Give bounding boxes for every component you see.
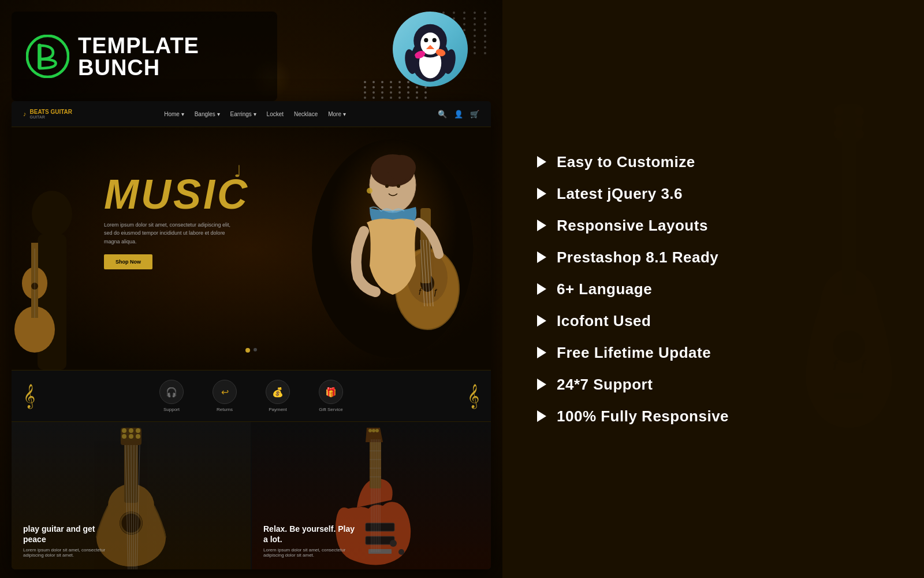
logo-bar: TEMPLATE BUNCH xyxy=(12,12,277,101)
svg-point-30 xyxy=(397,184,400,188)
returns-icon-circle: ↩ xyxy=(213,380,237,404)
nav-more[interactable]: More ▾ xyxy=(328,111,346,117)
svg-point-29 xyxy=(385,184,389,188)
svg-point-45 xyxy=(129,428,133,433)
brand-logo-icon xyxy=(26,35,69,78)
arrow-icon-1 xyxy=(537,188,546,199)
feature-text-0: Easy to Customize xyxy=(557,153,695,171)
svg-point-28 xyxy=(387,155,416,180)
bottom-card-1: play guitar and get peace Lorem ipsum do… xyxy=(12,422,251,569)
arrow-icon-4 xyxy=(537,283,546,295)
hero-right-circle: f ƒ xyxy=(312,139,474,358)
arrow-icon-3 xyxy=(537,251,546,263)
feature-text-4: 6+ Language xyxy=(557,280,652,298)
gift-label: Gift Service xyxy=(319,407,342,412)
feature-gift: 🎁 Gift Service xyxy=(319,380,343,412)
payment-icon-circle: 💰 xyxy=(266,380,290,404)
penguin-avatar xyxy=(393,12,468,87)
returns-label: Returns xyxy=(217,407,233,412)
website-preview: ♪ BEATS GUITAR GUITAR Home ▾ Bangles ▾ E… xyxy=(12,101,491,569)
feature-text-5: Icofont Used xyxy=(557,312,651,330)
svg-point-31 xyxy=(367,188,372,194)
svg-point-7 xyxy=(424,38,428,42)
search-icon[interactable]: 🔍 xyxy=(438,110,447,118)
svg-point-44 xyxy=(122,428,126,433)
svg-point-0 xyxy=(27,36,68,77)
svg-point-80 xyxy=(834,118,843,127)
svg-point-82 xyxy=(855,106,864,116)
left-panel: TEMPLATE BUNCH xyxy=(0,0,502,578)
logo-text-wrap: TEMPLATE BUNCH xyxy=(78,35,263,79)
svg-point-62 xyxy=(368,429,372,432)
feature-text-7: 24*7 Support xyxy=(557,376,653,394)
feature-support: 🎧 Support xyxy=(159,380,184,412)
bottom-card-2-text: Relax. Be yourself. Play a lot. Lorem ip… xyxy=(263,524,367,558)
svg-point-79 xyxy=(834,106,843,116)
arrow-icon-7 xyxy=(537,379,546,390)
support-icon-circle: 🎧 xyxy=(159,380,184,404)
nav-brand: ♪ BEATS GUITAR GUITAR xyxy=(23,109,72,119)
logo-title: TEMPLATE BUNCH xyxy=(78,35,263,79)
nav-earrings[interactable]: Earrings ▾ xyxy=(230,111,256,117)
treble-clef-right: 𝄞 xyxy=(467,384,479,408)
hero-title: MUSIC xyxy=(104,173,249,215)
brand-name: BEATS GUITAR xyxy=(30,109,73,115)
hero-description: Lorem ipsum dolor sit amet, consectetur … xyxy=(104,221,231,246)
shop-now-button[interactable]: Shop Now xyxy=(104,254,152,269)
svg-point-47 xyxy=(122,434,126,439)
support-label: Support xyxy=(163,407,180,412)
svg-point-14 xyxy=(32,191,72,237)
svg-point-8 xyxy=(433,38,437,42)
hero-music-text: MUSIC Lorem ipsum dolor sit amet, consec… xyxy=(104,173,249,269)
svg-point-59 xyxy=(390,540,397,547)
svg-point-64 xyxy=(375,429,379,432)
svg-point-46 xyxy=(136,428,140,433)
svg-point-49 xyxy=(136,434,140,439)
payment-label: Payment xyxy=(269,407,287,412)
gift-icon-circle: 🎁 xyxy=(319,380,343,404)
svg-text:ƒ: ƒ xyxy=(859,357,867,373)
svg-point-60 xyxy=(398,549,404,555)
feature-returns: ↩ Returns xyxy=(213,380,237,412)
feature-text-8: 100% Fully Responsive xyxy=(557,407,729,425)
nav-locket[interactable]: Locket xyxy=(267,111,284,117)
slide-dot-2[interactable] xyxy=(254,348,257,351)
card-2-desc: Lorem ipsum dolor sit amet, consectetur … xyxy=(263,547,367,558)
penguin-icon xyxy=(396,14,465,84)
feature-text-3: Prestashop 8.1 Ready xyxy=(557,249,718,266)
features-bar: 𝄞 🎧 Support ↩ Returns 💰 Payment 🎁 Gift S… xyxy=(12,370,491,422)
arrow-icon-6 xyxy=(537,347,546,358)
bottom-card-1-text: play guitar and get peace Lorem ipsum do… xyxy=(23,524,127,558)
hero-left-woman xyxy=(12,168,92,370)
arrow-icon-0 xyxy=(537,156,546,168)
slide-dots xyxy=(245,348,257,353)
user-icon[interactable]: 👤 xyxy=(454,110,463,118)
nav-necklace[interactable]: Necklace xyxy=(294,111,318,117)
cart-icon[interactable]: 🛒 xyxy=(470,110,479,118)
guitar-silhouette-bg: f ƒ xyxy=(791,29,907,549)
feature-payment: 💰 Payment xyxy=(266,380,290,412)
nav-home[interactable]: Home ▾ xyxy=(164,111,184,117)
svg-point-84 xyxy=(855,129,864,139)
arrow-icon-5 xyxy=(537,315,546,327)
preview-hero: MUSIC Lorem ipsum dolor sit amet, consec… xyxy=(12,127,491,370)
svg-point-63 xyxy=(372,429,375,432)
svg-rect-77 xyxy=(842,133,856,295)
arrow-icon-8 xyxy=(537,410,546,422)
preview-bottom: play guitar and get peace Lorem ipsum do… xyxy=(12,422,491,569)
feature-text-6: Free Lifetime Update xyxy=(557,344,711,362)
svg-point-48 xyxy=(129,434,133,439)
bottom-card-2: Relax. Be yourself. Play a lot. Lorem ip… xyxy=(252,422,491,569)
card-1-title: play guitar and get peace xyxy=(23,524,116,544)
preview-nav: ♪ BEATS GUITAR GUITAR Home ▾ Bangles ▾ E… xyxy=(12,101,491,127)
treble-clef-left: 𝄞 xyxy=(23,384,35,408)
right-panel: f ƒ Easy to Customize Latest jQuery 3.6 … xyxy=(502,0,924,578)
svg-text:ƒ: ƒ xyxy=(433,287,438,297)
nav-icons: 🔍 👤 🛒 xyxy=(438,110,479,118)
svg-point-83 xyxy=(855,118,864,127)
card-1-desc: Lorem ipsum dolor sit amet, consectetur … xyxy=(23,547,127,558)
slide-dot-active[interactable] xyxy=(245,348,250,353)
feature-text-2: Responsive Layouts xyxy=(557,217,708,235)
nav-bangles[interactable]: Bangles ▾ xyxy=(195,111,220,117)
card-2-title: Relax. Be yourself. Play a lot. xyxy=(263,524,356,544)
